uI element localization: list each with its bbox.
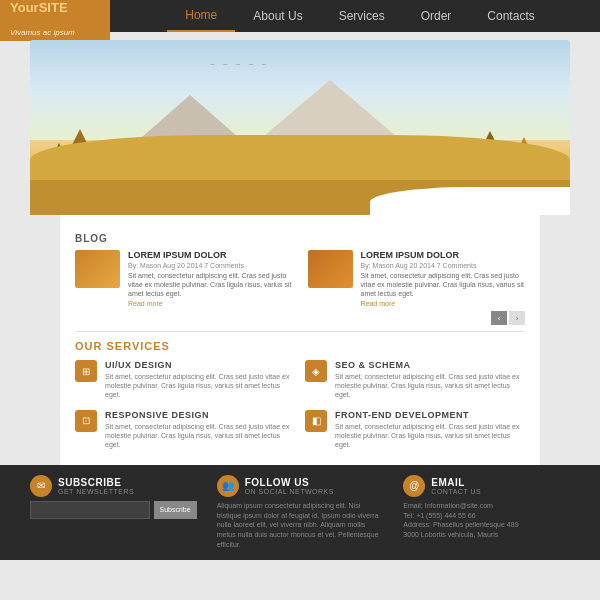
hero-curve	[370, 187, 570, 215]
content-area: BLOG LOREM IPSUM DOLOR By: Mason Aug 20 …	[60, 215, 540, 465]
service-text-3: Sit amet, consectetur adipiscing elit. C…	[105, 422, 295, 449]
footer-social-header: 👥 FOLLOW US ON SOCIAL NETWORKS	[217, 475, 384, 497]
service-icon-4: ◧	[305, 410, 327, 432]
service-item-3: ⊡ RESPONSIVE DESIGN Sit amet, consectetu…	[75, 410, 295, 449]
ground-far	[30, 135, 570, 185]
services-title: OUR SERVICES	[75, 340, 525, 352]
social-icon: 👥	[217, 475, 239, 497]
subscribe-input[interactable]	[30, 501, 150, 519]
tagline-text: Vivamus ac ipsum	[10, 28, 75, 37]
blog-nav: ‹ ›	[75, 311, 525, 325]
service-text-4: Sit amet, consectetur adipiscing elit. C…	[335, 422, 525, 449]
logo-site: SITE	[39, 0, 68, 15]
service-item-2: ◈ SEO & SCHEMA Sit amet, consectetur adi…	[305, 360, 525, 399]
blog-label: BLOG	[75, 233, 525, 244]
main-nav: Home About Us Services Order Contacts	[120, 0, 600, 32]
tagline-bar: Vivamus ac ipsum	[0, 23, 110, 41]
blog-title-2: LOREM IPSUM DOLOR	[361, 250, 526, 260]
service-item-1: ⊞ UI/UX DESIGN Sit amet, consectetur adi…	[75, 360, 295, 399]
blog-meta-2: By: Mason Aug 20 2014 7 Comments	[361, 262, 526, 269]
email-heading: EMAIL	[431, 477, 481, 488]
service-content-1: UI/UX DESIGN Sit amet, consectetur adipi…	[105, 360, 295, 399]
services-section: OUR SERVICES ⊞ UI/UX DESIGN Sit amet, co…	[75, 332, 525, 455]
subscribe-subheading: GET NEWSLETTERS	[58, 488, 134, 495]
blog-section: BLOG LOREM IPSUM DOLOR By: Mason Aug 20 …	[75, 225, 525, 332]
subscribe-headings: SUBSCRIBE GET NEWSLETTERS	[58, 477, 134, 495]
blog-text-1: Sit amet, consectetur adipiscing elit. C…	[128, 271, 293, 298]
social-text: Aliquam ipsum consectetur adipiscing eli…	[217, 501, 384, 550]
logo-wrapper: YourSITE Vivamus ac ipsum	[0, 0, 110, 41]
email-line3: Address: Phasellus pellentesque 489	[403, 520, 570, 530]
service-content-4: FRONT-END DEVELOPMENT Sit amet, consecte…	[335, 410, 525, 449]
blog-content-1: LOREM IPSUM DOLOR By: Mason Aug 20 2014 …	[128, 250, 293, 307]
email-line2: Tel: +1 (555) 444 55 66	[403, 511, 570, 521]
nav-item-services[interactable]: Services	[321, 0, 403, 32]
footer-email: @ EMAIL CONTACT US Email: Information@si…	[403, 475, 570, 550]
logo-text: YourSITE	[10, 0, 68, 15]
blog-thumb-2	[308, 250, 353, 288]
read-more-2[interactable]: Read more	[361, 300, 526, 307]
blog-meta-1: By: Mason Aug 20 2014 7 Comments	[128, 262, 293, 269]
logo-area: YourSITE	[0, 0, 110, 23]
subscribe-form: Subscribe	[30, 501, 197, 519]
footer-subscribe: ✉ SUBSCRIBE GET NEWSLETTERS Subscribe	[30, 475, 197, 550]
service-text-2: Sit amet, consectetur adipiscing elit. C…	[335, 372, 525, 399]
blog-post-1: LOREM IPSUM DOLOR By: Mason Aug 20 2014 …	[75, 250, 293, 307]
email-subheading: CONTACT US	[431, 488, 481, 495]
blog-content-2: LOREM IPSUM DOLOR By: Mason Aug 20 2014 …	[361, 250, 526, 307]
services-grid: ⊞ UI/UX DESIGN Sit amet, consectetur adi…	[75, 360, 525, 449]
blog-prev-btn[interactable]: ‹	[491, 311, 507, 325]
social-heading: FOLLOW US	[245, 477, 334, 488]
service-item-4: ◧ FRONT-END DEVELOPMENT Sit amet, consec…	[305, 410, 525, 449]
main-wrapper: ~ ~ ~ ~ ~	[0, 32, 600, 465]
service-title-1: UI/UX DESIGN	[105, 360, 295, 370]
nav-item-home[interactable]: Home	[167, 0, 235, 32]
service-icon-2: ◈	[305, 360, 327, 382]
blog-text-2: Sit amet, consectetur adipiscing elit. C…	[361, 271, 526, 298]
header: YourSITE Vivamus ac ipsum Home About Us …	[0, 0, 600, 32]
footer-subscribe-header: ✉ SUBSCRIBE GET NEWSLETTERS	[30, 475, 197, 497]
email-line1: Email: Information@site.com	[403, 501, 570, 511]
service-title-4: FRONT-END DEVELOPMENT	[335, 410, 525, 420]
blog-post-2: LOREM IPSUM DOLOR By: Mason Aug 20 2014 …	[308, 250, 526, 307]
hero-image: ~ ~ ~ ~ ~	[30, 40, 570, 215]
subscribe-heading: SUBSCRIBE	[58, 477, 134, 488]
service-title-3: RESPONSIVE DESIGN	[105, 410, 295, 420]
email-icon: @	[403, 475, 425, 497]
nav-item-about[interactable]: About Us	[235, 0, 320, 32]
service-text-1: Sit amet, consectetur adipiscing elit. C…	[105, 372, 295, 399]
email-headings: EMAIL CONTACT US	[431, 477, 481, 495]
logo-your: Your	[10, 0, 39, 15]
service-icon-1: ⊞	[75, 360, 97, 382]
footer-email-header: @ EMAIL CONTACT US	[403, 475, 570, 497]
service-content-3: RESPONSIVE DESIGN Sit amet, consectetur …	[105, 410, 295, 449]
blog-next-btn[interactable]: ›	[509, 311, 525, 325]
email-line4: 3000 Lobortis vehicula, Mauris	[403, 530, 570, 540]
footer-social: 👥 FOLLOW US ON SOCIAL NETWORKS Aliquam i…	[217, 475, 384, 550]
blog-posts: LOREM IPSUM DOLOR By: Mason Aug 20 2014 …	[75, 250, 525, 307]
blog-title-1: LOREM IPSUM DOLOR	[128, 250, 293, 260]
subscribe-button[interactable]: Subscribe	[154, 501, 197, 519]
subscribe-icon: ✉	[30, 475, 52, 497]
blog-thumb-1	[75, 250, 120, 288]
birds: ~ ~ ~ ~ ~	[210, 60, 269, 69]
service-title-2: SEO & SCHEMA	[335, 360, 525, 370]
footer: ✉ SUBSCRIBE GET NEWSLETTERS Subscribe 👥 …	[0, 465, 600, 560]
read-more-1[interactable]: Read more	[128, 300, 293, 307]
service-icon-3: ⊡	[75, 410, 97, 432]
nav-item-order[interactable]: Order	[403, 0, 470, 32]
nav-item-contacts[interactable]: Contacts	[469, 0, 552, 32]
social-subheading: ON SOCIAL NETWORKS	[245, 488, 334, 495]
service-content-2: SEO & SCHEMA Sit amet, consectetur adipi…	[335, 360, 525, 399]
social-headings: FOLLOW US ON SOCIAL NETWORKS	[245, 477, 334, 495]
